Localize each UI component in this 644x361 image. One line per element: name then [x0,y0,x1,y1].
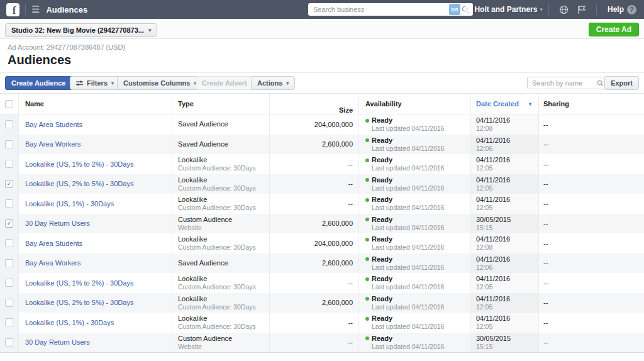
chevron-down-icon[interactable]: ▾ [540,6,543,13]
audience-name-cell: Lookalike (US, 2% to 5%) - 30Days [19,293,172,313]
row-checkbox-cell[interactable] [0,253,19,274]
availability-cell: Ready Last updated 04/11/2016 [359,194,471,214]
account-menu[interactable]: B. Holt and Partners [465,5,537,14]
date-created-cell: 04/11/201612:05 [471,273,539,293]
date-created-cell: 04/11/201612:05 [471,313,539,333]
sharing-cell: -- [539,313,644,333]
row-checkbox-cell[interactable] [0,233,19,253]
row-checkbox[interactable] [5,338,13,347]
customise-columns-label: Customise Columns [123,79,190,87]
row-checkbox[interactable]: ✓ [5,180,13,188]
audience-size-cell: -- [270,313,359,333]
question-circle-icon[interactable]: ? [627,5,636,14]
row-checkbox[interactable] [5,199,13,208]
status-dot-icon [365,218,369,221]
column-header-availability[interactable]: Availability [359,94,471,114]
row-checkbox[interactable] [5,239,13,247]
audience-name-link[interactable]: Lookalike (US, 2% to 5%) - 30Days [25,180,172,187]
audience-name-link[interactable]: Bay Area Students [25,240,172,247]
menu-icon[interactable]: ☰ [31,0,40,19]
chevron-down-icon: ▾ [286,81,289,86]
audience-name-link[interactable]: 30 Day Return Users [25,219,172,227]
search-icon[interactable] [597,80,604,87]
sharing-cell: -- [539,214,644,234]
actions-button[interactable]: Actions ▾ [251,76,295,90]
last-updated-text: Last updated 04/11/2016 [372,164,470,172]
row-checkbox[interactable] [5,279,13,287]
row-checkbox-cell[interactable] [0,293,19,313]
row-checkbox-cell[interactable]: ✓ [0,174,19,194]
audience-name-cell: Bay Area Students [19,114,172,135]
audience-type-cell: Custom AudienceWebsite [172,214,270,234]
table-row: Lookalike (US, 2% to 5%) - 30Days Lookal… [0,293,644,313]
ad-account-selector[interactable]: Studio 32: New Big Movie (2942770873... … [5,23,157,37]
flag-icon[interactable] [577,5,586,14]
export-label: Export [611,79,633,87]
row-checkbox-cell[interactable] [0,333,19,353]
audience-name-link[interactable]: Bay Area Workers [25,140,172,148]
row-checkbox-cell[interactable] [0,313,19,333]
row-checkbox-cell[interactable] [0,135,19,155]
table-header-row: Name Type Size Availability Date Created… [0,94,644,114]
divider [596,4,597,15]
audience-name-link[interactable]: Lookalike (US, 1% to 2%) - 30Days [25,160,172,168]
row-checkbox-cell[interactable] [0,273,19,293]
select-all-checkbox[interactable] [5,100,13,108]
create-advert-button[interactable]: Create Advert [196,76,253,90]
row-checkbox[interactable] [5,259,13,267]
row-checkbox[interactable] [5,140,13,148]
availability-cell: Ready Last updated 04/11/2016 [359,233,471,253]
audience-name-link[interactable]: Bay Area Students [25,121,172,128]
row-checkbox-cell[interactable] [0,194,19,214]
audience-name-link[interactable]: 30 Day Return Users [25,338,172,346]
audience-size-cell: -- [270,194,359,214]
audience-name-link[interactable]: Bay Area Workers [25,259,172,267]
top-nav-right-cluster: DS B. Holt and Partners ▾ Help ? [437,0,644,19]
table-toolbar: Create Audience ▾ Filters ▾ Customise Co… [0,76,644,90]
status-dot-icon [365,297,369,301]
sharing-cell: -- [539,174,644,194]
row-checkbox[interactable] [5,318,13,326]
row-checkbox[interactable] [5,120,13,128]
row-checkbox-cell[interactable]: ✓ [0,214,19,234]
status-dot-icon [365,138,369,142]
name-search-input[interactable] [528,78,597,88]
create-ad-button[interactable]: Create Ad [589,23,639,36]
date-created-cell: 04/11/201612:08 [471,114,539,135]
audience-size-cell: 2,600,000 [270,253,359,274]
status-dot-icon [365,336,369,340]
customise-columns-button[interactable]: Customise Columns ▾ [117,76,203,90]
select-all-checkbox-cell[interactable] [0,94,19,114]
row-checkbox[interactable] [5,299,13,307]
facebook-logo-icon[interactable]: f [6,3,19,16]
table-row: ✓ 30 Day Return Users Custom AudienceWeb… [0,214,644,234]
column-header-date-created[interactable]: Date Created ▾ [471,94,539,114]
audience-name-link[interactable]: Lookalike (US, 1%) - 30Days [25,319,172,326]
row-checkbox-cell[interactable] [0,114,19,135]
filters-button[interactable]: Filters ▾ [70,76,120,90]
status-text: Ready [372,295,392,303]
table-body: Bay Area Students Saved Audience 204,000… [0,114,644,352]
export-button[interactable]: Export [604,76,639,90]
help-link[interactable]: Help [608,5,624,14]
avatar[interactable]: DS [449,4,460,15]
create-audience-button[interactable]: Create Audience ▾ [5,76,78,90]
globe-icon[interactable] [559,5,569,14]
top-nav-title: Audiences [46,5,87,14]
audience-size-cell: -- [270,174,359,194]
audience-name-link[interactable]: Lookalike (US, 1%) - 30Days [25,200,172,208]
column-header-sharing[interactable]: Sharing [539,94,644,114]
row-checkbox[interactable] [5,160,13,168]
audience-size-cell: 204,000,000 [270,233,359,253]
table-row: ✓ Lookalike (US, 2% to 5%) - 30Days Look… [0,174,644,194]
column-header-type[interactable]: Type [172,94,270,114]
audience-name-cell: Lookalike (US, 1%) - 30Days [19,194,172,214]
audience-type-cell: Custom AudienceWebsite [172,333,270,353]
audience-name-link[interactable]: Lookalike (US, 1% to 2%) - 30Days [25,279,172,287]
row-checkbox-cell[interactable] [0,154,19,174]
audiences-page: f ☰ Audiences DS B. Holt and Partners ▾ … [0,0,644,361]
column-header-name[interactable]: Name [19,94,172,114]
column-header-size[interactable]: Size [270,94,359,114]
audience-name-link[interactable]: Lookalike (US, 2% to 5%) - 30Days [25,299,172,306]
row-checkbox[interactable]: ✓ [5,219,13,228]
